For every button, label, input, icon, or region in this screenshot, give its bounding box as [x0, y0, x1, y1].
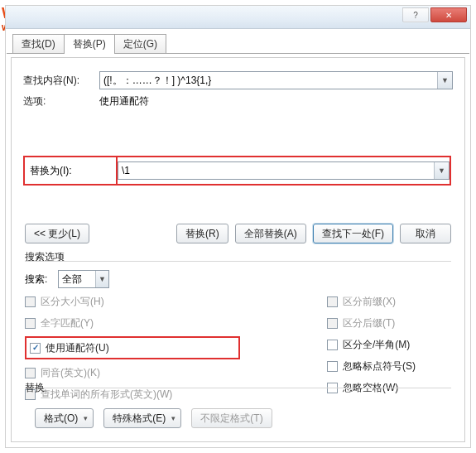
dialog-window: ? ✕ 查找(D) 替换(P) 定位(G) 查找内容(N): ▼ 选项: 使用通… — [5, 5, 471, 448]
replace-input-field[interactable] — [118, 163, 434, 178]
replace-label: 替换为(I): — [30, 164, 72, 178]
replace-all-button[interactable]: 全部替换(A) — [235, 224, 306, 243]
match-case-label: 区分大小写(H) — [41, 295, 104, 309]
find-input-field[interactable] — [100, 73, 437, 88]
search-direction-value: 全部 — [59, 272, 95, 287]
whole-word-label: 全字匹配(Y) — [41, 316, 94, 330]
prefix-label: 区分前缀(X) — [343, 295, 396, 309]
format-button[interactable]: 格式(O) — [35, 408, 94, 428]
dialog-content: 查找内容(N): ▼ 选项: 使用通配符 替换为(I): ▼ << 更少(L) — [11, 57, 465, 442]
special-button[interactable]: 特殊格式(E) — [103, 408, 181, 428]
replace-input[interactable]: ▼ — [118, 161, 450, 180]
search-direction-arrow[interactable]: ▼ — [95, 271, 108, 287]
tab-find[interactable]: 查找(D) — [12, 34, 65, 54]
tab-goto[interactable]: 定位(G) — [114, 34, 166, 54]
find-input[interactable]: ▼ — [99, 71, 453, 89]
use-wildcards-highlight: 使用通配符(U) — [25, 336, 240, 359]
no-format-button: 不限定格式(T) — [191, 408, 272, 428]
use-wildcards-label: 使用通配符(U) — [46, 341, 109, 355]
replace-section-title: 替换 — [25, 381, 45, 395]
search-direction-label: 搜索: — [25, 272, 58, 287]
ignore-punct-checkbox[interactable] — [327, 361, 338, 372]
separator-1 — [25, 261, 451, 262]
help-button[interactable]: ? — [402, 7, 429, 22]
find-label: 查找内容(N): — [23, 74, 99, 88]
button-row: << 更少(L) 替换(R) 全部替换(A) 查找下一处(F) 取消 — [25, 224, 451, 243]
suffix-checkbox — [327, 318, 338, 329]
search-direction-combo[interactable]: 全部 ▼ — [58, 270, 109, 288]
format-button-row: 格式(O) 特殊格式(E) 不限定格式(T) — [35, 408, 272, 428]
close-button[interactable]: ✕ — [430, 7, 467, 22]
tab-replace[interactable]: 替换(P) — [64, 34, 115, 54]
sounds-like-checkbox — [25, 368, 36, 378]
separator-2 — [25, 388, 451, 388]
less-button[interactable]: << 更少(L) — [25, 224, 89, 243]
prefix-checkbox — [327, 296, 338, 307]
use-wildcards-checkbox[interactable] — [30, 343, 41, 354]
find-next-button[interactable]: 查找下一处(F) — [313, 224, 393, 243]
replace-with-highlight: 替换为(I): — [23, 156, 118, 186]
options-label: 选项: — [23, 94, 99, 108]
find-dropdown-arrow[interactable]: ▼ — [437, 72, 452, 89]
options-value: 使用通配符 — [99, 94, 149, 108]
width-label: 区分全/半角(M) — [343, 338, 410, 352]
replace-value-highlight: ▼ — [116, 156, 451, 186]
tab-strip: 查找(D) 替换(P) 定位(G) — [12, 36, 166, 54]
all-forms-label: 查找单词的所有形式(英文)(W) — [41, 388, 172, 402]
suffix-label: 区分后缀(T) — [343, 316, 395, 330]
replace-dropdown-arrow[interactable]: ▼ — [434, 162, 449, 179]
title-bar: ? ✕ — [6, 6, 470, 29]
cancel-button[interactable]: 取消 — [400, 224, 451, 243]
sounds-like-label: 同音(英文)(K) — [41, 366, 100, 380]
whole-word-checkbox — [25, 318, 36, 329]
match-case-checkbox — [25, 296, 36, 307]
ignore-punct-label: 忽略标点符号(S) — [343, 359, 416, 373]
width-checkbox[interactable] — [327, 340, 338, 350]
replace-button[interactable]: 替换(R) — [176, 224, 228, 243]
search-options-title: 搜索选项 — [25, 250, 65, 264]
